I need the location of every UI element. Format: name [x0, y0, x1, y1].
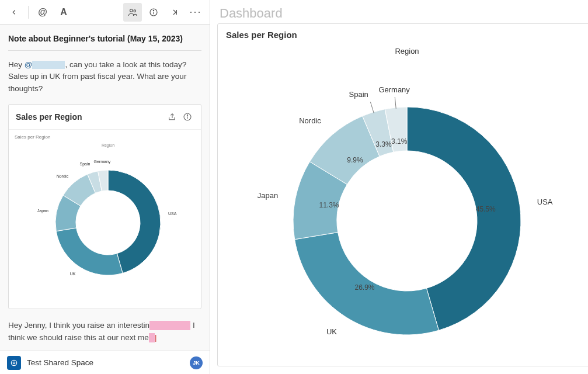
svg-text:Japan: Japan	[37, 209, 48, 213]
dashboard-chart-card[interactable]: Sales per Region USA45.5%UK26.9%Japan11.…	[217, 23, 588, 366]
redacted-word-1	[149, 321, 190, 330]
notes-toolbar: @ A ···	[0, 0, 210, 25]
mention[interactable]: @	[25, 60, 33, 69]
main-donut-chart: USA45.5%UK26.9%Japan11.3%Nordic9.9%Spain…	[226, 46, 582, 355]
svg-text:Nordic: Nordic	[57, 174, 69, 178]
svg-text:3.1%: 3.1%	[391, 137, 408, 146]
note-content: Note about Beginner's tutorial (May 15, …	[0, 25, 210, 351]
dashboard-chart-title: Sales per Region	[226, 30, 582, 40]
svg-text:Nordic: Nordic	[299, 116, 321, 125]
svg-text:45.5%: 45.5%	[476, 205, 496, 213]
text-format-button[interactable]: A	[54, 3, 73, 22]
svg-line-27	[370, 102, 374, 113]
svg-text:Region: Region	[102, 143, 114, 148]
svg-point-4	[153, 10, 154, 11]
small-donut-chart: USAUKJapanNordicSpainGermanyRegion	[15, 141, 196, 296]
svg-text:UK: UK	[70, 272, 76, 276]
redacted-name	[32, 61, 65, 69]
toolbar-separator	[28, 6, 29, 19]
svg-point-0	[130, 9, 133, 12]
svg-point-9	[187, 115, 187, 115]
svg-text:USA: USA	[537, 198, 553, 206]
space-footer: Test Shared Space JK	[0, 351, 210, 374]
mention-button[interactable]: @	[33, 3, 52, 22]
svg-text:3.3%: 3.3%	[375, 140, 392, 148]
redacted-word-2	[149, 333, 155, 342]
user-avatar[interactable]: JK	[190, 356, 203, 369]
chart-snapshot-body: Sales per Region USAUKJapanNordicSpainGe…	[9, 130, 201, 309]
collapse-button[interactable]	[165, 3, 184, 22]
space-icon[interactable]	[7, 356, 21, 370]
note-body-text: Hey @, can you take a look at this today…	[8, 59, 201, 95]
svg-point-1	[134, 9, 136, 12]
svg-text:USA: USA	[168, 212, 177, 216]
text-cursor: |	[155, 333, 157, 342]
svg-text:Spain: Spain	[80, 162, 91, 167]
notes-panel: @ A ··· Note about Beginner's tutorial (…	[0, 0, 210, 374]
svg-text:26.9%: 26.9%	[354, 283, 374, 292]
chart-snapshot-card[interactable]: Sales per Region Sales per Region USAUKJ…	[8, 104, 201, 309]
space-name[interactable]: Test Shared Space	[27, 358, 184, 367]
note-title: Note about Beginner's tutorial (May 15, …	[8, 34, 201, 51]
svg-point-17	[11, 360, 16, 365]
svg-point-18	[13, 362, 15, 364]
share-icon[interactable]	[166, 110, 179, 123]
svg-text:Germany: Germany	[378, 85, 410, 94]
svg-text:Germany: Germany	[93, 160, 110, 164]
svg-text:Region: Region	[395, 47, 419, 56]
chart-snapshot-header: Sales per Region	[9, 105, 201, 130]
svg-text:9.9%: 9.9%	[347, 156, 363, 164]
chart-snapshot-title: Sales per Region	[16, 112, 163, 122]
svg-text:UK: UK	[326, 327, 337, 336]
people-button[interactable]	[123, 3, 142, 22]
small-chart-title: Sales per Region	[15, 134, 195, 140]
info-icon[interactable]	[181, 110, 194, 123]
info-button[interactable]	[144, 3, 163, 22]
dashboard-panel: Dashboard Sales per Region USA45.5%UK26.…	[210, 0, 588, 374]
svg-text:Spain: Spain	[349, 90, 368, 99]
svg-text:Japan: Japan	[258, 191, 278, 200]
svg-line-30	[395, 97, 396, 109]
more-button[interactable]: ···	[186, 3, 205, 22]
back-button[interactable]	[5, 3, 23, 22]
reply-draft[interactable]: Hey Jenny, I think you raise an interest…	[8, 320, 201, 344]
dashboard-title: Dashboard	[210, 0, 588, 23]
svg-text:11.3%: 11.3%	[319, 201, 339, 209]
